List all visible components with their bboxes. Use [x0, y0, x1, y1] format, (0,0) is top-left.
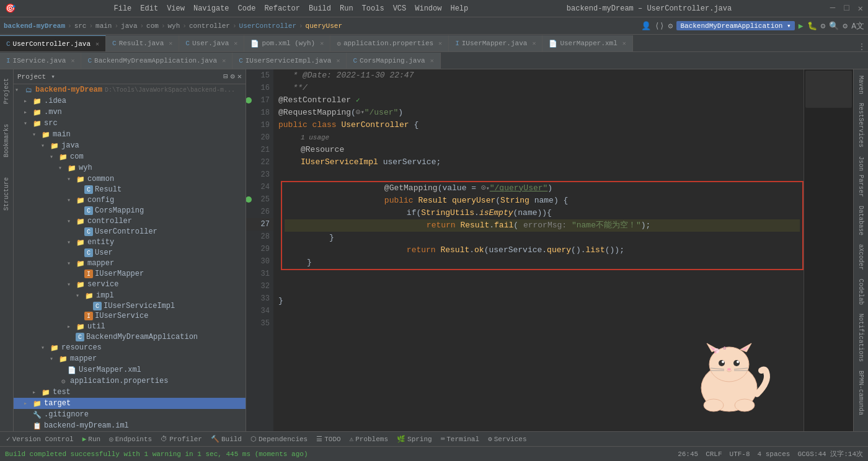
tab-iservice[interactable]: I IService.java ✕ — [0, 53, 81, 69]
nav-queryuser[interactable]: queryUser — [306, 22, 342, 30]
search-icon[interactable]: 🔍 — [829, 21, 839, 31]
sidebar-hide-icon[interactable]: ✕ — [237, 72, 242, 81]
nav-main[interactable]: main — [95, 22, 112, 30]
maven-tab[interactable]: Maven — [856, 72, 866, 98]
tree-resources-mapper[interactable]: ▾ 📁 mapper — [14, 353, 246, 364]
nav-java[interactable]: java — [121, 22, 137, 30]
minimap[interactable] — [804, 69, 853, 431]
debug-app-button[interactable]: 🐛 — [807, 21, 817, 31]
menu-help[interactable]: Help — [450, 4, 468, 13]
tree-main[interactable]: ▾ 📁 main — [14, 129, 246, 140]
tab-corsmapping[interactable]: C CorsMapping.java ✕ — [347, 53, 440, 69]
project-tab[interactable]: Project — [2, 74, 11, 108]
tree-corsmapping[interactable]: ▸ C CorsMapping — [14, 206, 246, 216]
nav-usercontroller[interactable]: UserController — [239, 22, 296, 30]
window-controls[interactable]: ─ □ ✕ — [830, 3, 863, 14]
menu-navigate[interactable]: Navigate — [193, 4, 229, 13]
run-button[interactable]: ▶ Run — [79, 434, 104, 444]
tree-usercontroller[interactable]: ▸ C UserController — [14, 227, 246, 237]
tab-result[interactable]: C Result.java ✕ — [106, 35, 179, 51]
menu-view[interactable]: View — [167, 4, 185, 13]
tree-user[interactable]: ▸ C User — [14, 248, 246, 258]
tree-java[interactable]: ▾ 📁 java — [14, 140, 246, 151]
encoding[interactable]: UTF-8 — [730, 450, 750, 458]
tree-target[interactable]: ▸ 📁 target — [14, 398, 246, 409]
build-button[interactable]: 🔨 Build — [207, 434, 246, 444]
tree-common[interactable]: ▾ 📁 common — [14, 173, 246, 185]
minimize-button[interactable]: ─ — [830, 3, 835, 14]
tree-entity[interactable]: ▾ 📁 entity — [14, 237, 246, 248]
menu-file[interactable]: File — [114, 4, 132, 13]
tree-src[interactable]: ▾ 📁 src — [14, 118, 246, 129]
tree-service[interactable]: ▾ 📁 service — [14, 279, 246, 290]
spring-button[interactable]: 🌿 Spring — [393, 434, 436, 444]
profiler-button[interactable]: ⏱ Profiler — [157, 434, 206, 444]
menu-bar[interactable]: File Edit View Navigate Code Refactor Bu… — [114, 4, 469, 13]
endpoints-button[interactable]: ◎ Endpoints — [105, 434, 156, 444]
tab-appprops[interactable]: ⚙ application.properties ✕ — [330, 35, 449, 51]
menu-window[interactable]: Window — [415, 4, 441, 13]
tree-iml[interactable]: ▸ 📋 backend-myDream.iml — [14, 420, 246, 431]
services-button[interactable]: ⚙ Services — [484, 434, 530, 444]
nav-com[interactable]: com — [146, 22, 159, 30]
notifications-tab[interactable]: Notifications — [856, 310, 866, 366]
problems-button[interactable]: ⚠ Problems — [346, 434, 392, 444]
tree-result[interactable]: ▸ C Result — [14, 185, 246, 195]
code-content[interactable]: * @Date: 2022-11-30 22:47 **/ @RestContr… — [273, 69, 804, 431]
settings-icon[interactable]: ⚙ — [843, 21, 848, 31]
tree-gitignore[interactable]: ▸ 🔧 .gitignore — [14, 409, 246, 420]
nav-icon-more[interactable]: ⚙ — [821, 21, 826, 31]
project-dropdown-arrow[interactable]: ▾ — [51, 72, 55, 81]
menu-tools[interactable]: Tools — [362, 4, 384, 13]
sidebar-gear-icon[interactable]: ⚙ — [231, 72, 235, 81]
nav-controller[interactable]: controller — [189, 22, 230, 30]
sidebar-collapse-icon[interactable]: ⊟ — [223, 72, 228, 81]
nav-icon-3[interactable]: ⚙ — [668, 21, 673, 31]
close-tab-pom[interactable]: ✕ — [320, 40, 324, 47]
menu-run[interactable]: Run — [340, 4, 353, 13]
tab-pom[interactable]: 📄 pom.xml (wyh) ✕ — [244, 35, 330, 51]
close-button[interactable]: ✕ — [858, 3, 863, 14]
bpmn-tab[interactable]: BPMN-camunda — [856, 367, 866, 419]
database-tab[interactable]: Database — [856, 202, 866, 239]
tab-backenddreamapp[interactable]: C BackendMyDreamApplication.java ✕ — [81, 53, 232, 69]
nav-icon-2[interactable]: ⟨⟩ — [655, 21, 665, 31]
tab-iuserserviceimpl[interactable]: C IUserServiceImpl.java ✕ — [232, 53, 347, 69]
tab-usermapperxml[interactable]: 📄 UserMapper.xml ✕ — [542, 35, 632, 51]
backend-mydream-app-dropdown[interactable]: BackendMyDreamApplication ▾ — [676, 21, 794, 30]
close-tab-corsmapping[interactable]: ✕ — [430, 57, 434, 64]
menu-refactor[interactable]: Refactor — [264, 4, 300, 13]
tab-user[interactable]: C User.java ✕ — [179, 35, 244, 51]
close-tab-user[interactable]: ✕ — [234, 40, 237, 47]
tab-iusermapper[interactable]: I IUserMapper.java ✕ — [449, 35, 542, 51]
close-tab-usermapperxml[interactable]: ✕ — [622, 40, 626, 47]
tree-iuserservice[interactable]: ▸ I IUserService — [14, 311, 246, 321]
nav-src[interactable]: src — [74, 22, 87, 30]
tree-usermapper-xml[interactable]: ▸ 📄 UserMapper.xml — [14, 364, 246, 375]
nav-icon-1[interactable]: 👤 — [641, 21, 651, 31]
close-tab-iuserserviceimpl[interactable]: ✕ — [336, 57, 340, 64]
version-control-button[interactable]: ✓ Version Control — [2, 434, 78, 444]
tree-idea[interactable]: ▸ 📁 .idea — [14, 95, 246, 107]
tree-iusermapper[interactable]: ▸ I IUserMapper — [14, 269, 246, 279]
menu-edit[interactable]: Edit — [140, 4, 158, 13]
code-editor[interactable]: 15 16 17 18 19 20 21 22 23 24 25 — [246, 69, 853, 431]
tree-resources[interactable]: ▾ 📁 resources — [14, 342, 246, 353]
tree-iuserserviceimpl[interactable]: ▸ C IUserServiceImpl — [14, 301, 246, 311]
translate-icon[interactable]: A文 — [851, 20, 864, 32]
dependencies-button[interactable]: ⬡ Dependencies — [247, 434, 311, 444]
close-tab-backenddreamapp[interactable]: ✕ — [222, 57, 226, 64]
menu-build[interactable]: Build — [309, 4, 331, 13]
indent-setting[interactable]: 4 spaces — [758, 450, 790, 458]
todo-button[interactable]: ☰ TODO — [312, 434, 344, 444]
tree-mapper[interactable]: ▾ 📁 mapper — [14, 258, 246, 269]
close-tab-iusermapper[interactable]: ✕ — [532, 40, 536, 47]
nav-project[interactable]: backend-myDream — [4, 22, 65, 30]
close-tab-usercontroller[interactable]: ✕ — [95, 40, 99, 48]
terminal-button[interactable]: ⌨ Terminal — [437, 434, 483, 444]
maximize-button[interactable]: □ — [844, 3, 849, 14]
close-tab-result[interactable]: ✕ — [169, 40, 172, 47]
tree-com[interactable]: ▾ 📁 com — [14, 151, 246, 162]
codelab-tab[interactable]: Codelab — [856, 275, 866, 309]
bookmarks-tab[interactable]: Bookmarks — [2, 120, 11, 161]
